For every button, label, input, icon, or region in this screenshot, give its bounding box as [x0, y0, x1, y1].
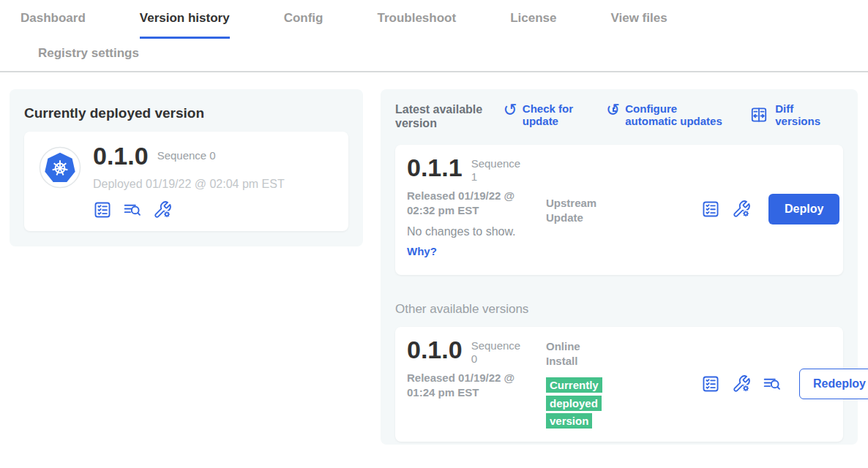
why-link[interactable]: Why?: [407, 245, 437, 257]
refresh-icon: ↺: [504, 102, 517, 117]
tab-config[interactable]: Config: [284, 11, 323, 39]
preflight-checks-icon[interactable]: [701, 200, 720, 219]
deploy-logs-icon[interactable]: [123, 200, 142, 219]
diff-versions-link[interactable]: Diff versions: [749, 102, 839, 128]
other-versions-title: Other available versions: [395, 302, 843, 317]
latest-available-panel: Latest available version ↺ Check for upd…: [381, 89, 858, 445]
current-sequence-label: Sequence 0: [157, 143, 216, 162]
other-version-number: 0.1.0: [407, 337, 463, 363]
latest-released-timestamp: Released 01/19/22 @ 02:32 pm EST: [407, 189, 533, 217]
deployed-timestamp: Deployed 01/19/22 @ 02:04 pm EST: [93, 178, 285, 191]
preflight-checks-icon[interactable]: [701, 374, 720, 393]
tab-troubleshoot[interactable]: Troubleshoot: [377, 11, 456, 39]
currently-deployed-badge: Currently deployed version: [546, 377, 602, 429]
kubernetes-logo: [39, 146, 81, 189]
latest-card-actions: Deploy: [701, 155, 839, 263]
diff-icon: [749, 105, 768, 124]
current-version-number: 0.1.0: [93, 143, 149, 170]
nav-row-2: Registry settings: [0, 39, 868, 71]
latest-available-title: Latest available version: [395, 102, 492, 130]
other-card-middle: Online Install Currently deployed versio…: [546, 337, 701, 430]
current-version-body: 0.1.0 Sequence 0 Deployed 01/19/22 @ 02:…: [93, 143, 285, 219]
other-version-card: 0.1.0 Sequence 0 Released 01/19/22 @ 01:…: [395, 327, 843, 442]
no-changes-text: No changes to show.: [407, 225, 546, 238]
other-card-actions: Redeploy: [701, 337, 868, 430]
nav-row-1: Dashboard Version history Config Trouble…: [0, 11, 868, 39]
edit-config-icon[interactable]: [732, 374, 751, 393]
deploy-logs-icon[interactable]: [763, 374, 782, 393]
other-sequence-label: Sequence 0: [471, 337, 525, 366]
preflight-checks-icon[interactable]: [93, 200, 112, 219]
tab-license[interactable]: License: [510, 11, 556, 39]
deploy-button[interactable]: Deploy: [768, 194, 839, 224]
upstream-update-label: Upstream Update: [546, 196, 607, 224]
redeploy-button[interactable]: Redeploy: [799, 369, 868, 399]
current-version-card: 0.1.0 Sequence 0 Deployed 01/19/22 @ 02:…: [24, 132, 348, 231]
configure-automatic-updates-link[interactable]: ↺ Configure automatic updates: [606, 102, 727, 128]
edit-config-icon[interactable]: [153, 200, 172, 219]
tab-registry-settings[interactable]: Registry settings: [38, 46, 139, 71]
latest-card-middle: Upstream Update: [546, 155, 701, 263]
online-install-label: Online Install: [546, 339, 607, 368]
check-for-update-link[interactable]: ↺ Check for update: [504, 102, 580, 128]
latest-card-left: 0.1.1 Sequence 1 Released 01/19/22 @ 02:…: [407, 155, 546, 263]
top-nav: Dashboard Version history Config Trouble…: [0, 0, 868, 72]
latest-sequence-label: Sequence 1: [471, 155, 525, 184]
edit-config-icon[interactable]: [732, 200, 751, 219]
currently-deployed-title: Currently deployed version: [24, 105, 348, 121]
currently-deployed-panel: Currently deployed version: [10, 89, 363, 246]
latest-version-card: 0.1.1 Sequence 1 Released 01/19/22 @ 02:…: [395, 145, 843, 275]
tab-version-history[interactable]: Version history: [140, 11, 230, 39]
schedule-update-icon: ↺: [606, 102, 620, 117]
latest-version-number: 0.1.1: [407, 155, 463, 181]
tab-dashboard[interactable]: Dashboard: [20, 11, 86, 39]
other-released-timestamp: Released 01/19/22 @ 01:24 pm EST: [407, 371, 533, 399]
other-card-left: 0.1.0 Sequence 0 Released 01/19/22 @ 01:…: [407, 337, 546, 430]
tab-view-files[interactable]: View files: [610, 11, 667, 39]
